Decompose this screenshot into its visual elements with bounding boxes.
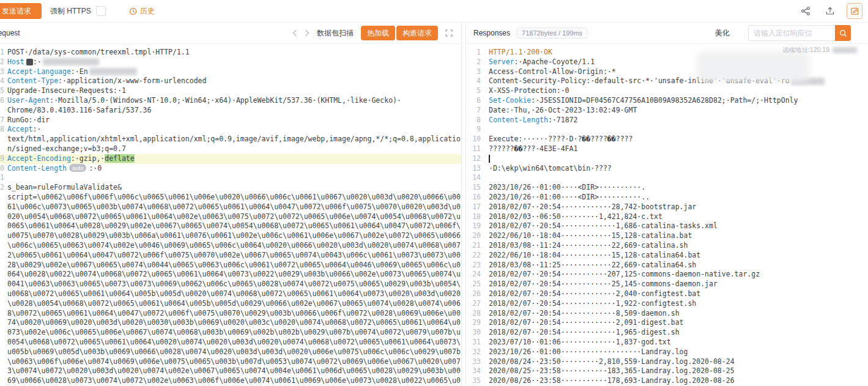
response-line-35[interactable]: 352020/08/26·​·​23:58·​·​·​·​·​·​·​·​·​·… [466, 376, 868, 386]
edit-config-button[interactable] [847, 3, 862, 19]
request-line-7[interactable]: 7RunGo:·​dir [0, 116, 461, 125]
line-number: 30 [466, 328, 481, 338]
response-line-32[interactable]: 322023/10/26·​·​01:00·​·​·​·​·​·​·​·​·​·… [466, 347, 868, 357]
request-header-actions: 数据包扫描 热加载 构造请求 [292, 26, 453, 40]
fullscreen-icon [445, 29, 453, 37]
response-line-33[interactable]: 332020/08/24·​·​23:50·​·​·​·​·​·​·​·​·​2… [466, 357, 868, 367]
response-line-9[interactable]: 9 [466, 125, 868, 135]
line-content: Content-Lengthauto:·​0 [4, 164, 461, 174]
request-line-3[interactable]: 3Accept-Language:·​En [0, 67, 461, 77]
response-line-29[interactable]: 292018/02/07·​·​20:54·​·​·​·​·​·​·​·​·​·… [466, 318, 868, 328]
line-content: 2018/02/07·​·​20:54·​·​·​·​·​·​·​·​·​·​·… [481, 309, 868, 319]
line-content: 2018/02/07·​·​20:54·​·​·​·​·​·​·​·​·​·​·… [481, 299, 868, 309]
request-line-11[interactable]: 11 [0, 173, 461, 183]
code-token: Accept [7, 125, 33, 133]
build-request-button[interactable]: 构造请求 [396, 26, 438, 40]
response-line-12[interactable]: 12 [466, 154, 868, 164]
response-line-15[interactable]: 152023/10/26·​·​01:00·​·​·​·​<DIR>·​·​·​… [466, 183, 868, 193]
request-line-9[interactable]: 9Accept-Encoding:·​gzip,·​deflate [0, 154, 461, 164]
line-number: 12 [0, 183, 4, 386]
response-line-17[interactable]: 172018/02/07·​·​20:54·​·​·​·​·​·​·​·​·​·… [466, 202, 868, 212]
request-line-5[interactable]: 5Upgrade-Insecure-Requests:·​1 [0, 86, 461, 96]
line-number: 6 [0, 96, 4, 116]
request-line-12[interactable]: 12s_bean=ruleFormulaValidate& script=\u0… [0, 183, 461, 386]
code-token [489, 155, 490, 163]
response-line-2[interactable]: 2Server:·​Apache-Coyote/1.1 [466, 58, 868, 67]
request-editor[interactable]: 1POST·​/data/sys-common/treexml.tmpl·​HT… [0, 44, 461, 386]
force-https-checkbox[interactable] [96, 6, 106, 16]
response-line-8[interactable]: 8Content-Length:·​71872 [466, 116, 868, 125]
history-button[interactable]: 历史 [129, 6, 155, 17]
locate-response-input[interactable] [748, 25, 835, 41]
response-line-34[interactable]: 342020/08/25·​·​23:58·​·​·​·​·​·​·​·​·​·… [466, 366, 868, 376]
response-stats-badge: 71872bytes / 199ms [516, 28, 588, 39]
next-request-button[interactable] [305, 29, 310, 37]
response-line-26[interactable]: 262018/02/07·​·​20:54·​·​·​·​·​·​·​·​·​·… [466, 289, 868, 299]
share-button[interactable] [798, 3, 814, 19]
response-editor[interactable]: 1HTTP/1.1·​200·​OK2Server:·​Apache-Coyot… [466, 44, 868, 386]
send-request-button[interactable]: 发送请求 [0, 3, 42, 19]
response-line-30[interactable]: 302018/02/07·​·​20:54·​·​·​·​·​·​·​·​·​·… [466, 328, 868, 338]
line-content: 2018/02/07·​·​20:54·​·​·​·​·​·​·​·​·​·​·… [481, 318, 868, 328]
line-content: s_bean=ruleFormulaValidate& script=\u006… [4, 183, 461, 386]
line-number: 34 [466, 366, 481, 376]
fullscreen-button[interactable] [445, 29, 453, 37]
hot-reload-button[interactable]: 热加载 [361, 26, 395, 40]
request-lines: 1POST·​/data/sys-common/treexml.tmpl·​HT… [0, 48, 461, 386]
line-content: Accept-Encoding:·​gzip,·​deflate [4, 154, 461, 164]
code-token: Accept-Language [7, 67, 71, 76]
line-number: 5 [0, 86, 4, 96]
code-token: :·​En [71, 67, 88, 76]
code-token: Host [7, 58, 24, 66]
line-content: ·​D:\ekp\win64\tomcat\bin·​???? [481, 164, 868, 174]
response-line-13[interactable]: 13·​D:\ekp\win64\tomcat\bin·​???? [466, 164, 868, 174]
response-line-18[interactable]: 182018/02/03·​·​06:50·​·​·​·​·​·​·​·​·​1… [466, 212, 868, 222]
line-number: 27 [466, 299, 481, 309]
export-button[interactable] [822, 3, 838, 19]
line-number: 16 [466, 193, 481, 202]
code-token: Date:·​Thu,·​26·​Oct·​2023·​13:02:49·​GM… [489, 106, 637, 114]
packet-scan-button[interactable]: 数据包扫描 [317, 28, 354, 39]
line-number: 22 [466, 251, 481, 261]
edit-icon [850, 7, 859, 16]
line-content: Accept:·​text/html,application/xhtml+xml… [4, 125, 461, 154]
response-line-11[interactable]: 11??????��???·​4E3E-4FA1 [466, 144, 868, 154]
code-token: 2022/06/10·​·​18:04·​·​·​·​·​·​·​·​·​·​·… [489, 231, 692, 240]
response-line-21[interactable]: 212018/03/08·​·​11:24·​·​·​·​·​·​·​·​·​·… [466, 241, 868, 251]
prev-request-button[interactable] [292, 29, 297, 37]
response-line-14[interactable]: 14 [466, 173, 868, 183]
line-content: 2018/02/07·​·​20:54·​·​·​·​·​·​·​·​·​·​·… [481, 270, 868, 280]
response-line-28[interactable]: 282018/02/07·​·​20:54·​·​·​·​·​·​·​·​·​·… [466, 309, 868, 319]
response-line-3[interactable]: 3Access-Control-Allow-Origin:·​* [466, 67, 868, 77]
line-number: 2 [0, 58, 4, 67]
response-line-27[interactable]: 272018/02/07·​·​20:54·​·​·​·​·​·​·​·​·​·… [466, 299, 868, 309]
code-token: Access-Control-Allow-Origin:·​* [489, 67, 616, 76]
request-line-10[interactable]: 10Content-Lengthauto:·​0 [0, 164, 461, 174]
request-line-8[interactable]: 8Accept:·​text/html,application/xhtml+xm… [0, 125, 461, 154]
response-line-10[interactable]: 10Execute:·​·​·​·​·​·​????·​D·​?��????��… [466, 135, 868, 144]
code-token: Content-Length [489, 116, 548, 124]
response-line-19[interactable]: 192018/02/07·​·​20:54·​·​·​·​·​·​·​·​·​·… [466, 221, 868, 231]
response-lines: 1HTTP/1.1·​200·​OK2Server:·​Apache-Coyot… [466, 48, 868, 386]
response-line-6[interactable]: 6Set-Cookie:·​JSESSIONID=DF04567C47756A1… [466, 96, 868, 106]
locate-response-button[interactable] [835, 25, 851, 41]
code-token: Set-Cookie [489, 96, 531, 105]
request-line-6[interactable]: 6User-Agent:·​Mozilla/5.0·​(Windows·​NT·… [0, 96, 461, 116]
response-line-4[interactable]: 4Content-Security-Policy:·​default-src·​… [466, 76, 868, 86]
response-line-7[interactable]: 7Date:·​Thu,·​26·​Oct·​2023·​13:02:49·​G… [466, 106, 868, 116]
line-number: 8 [0, 125, 4, 154]
response-line-25[interactable]: 252018/02/07·​·​20:54·​·​·​·​·​·​·​·​·​·… [466, 280, 868, 289]
response-line-22[interactable]: 222022/06/10·​·​18:04·​·​·​·​·​·​·​·​·​·… [466, 251, 868, 261]
request-line-2[interactable]: 2Host:·​ [0, 58, 461, 67]
request-line-4[interactable]: 4Content-Type:·​application/x-www-form-u… [0, 76, 461, 86]
beautify-button[interactable]: 美化 [711, 28, 733, 39]
response-line-23[interactable]: 232018/03/08·​·​11:25·​·​·​·​·​·​·​·​·​·… [466, 261, 868, 270]
line-content [4, 173, 461, 183]
response-line-16[interactable]: 162023/10/26·​·​01:00·​·​·​·​<DIR>·​·​·​… [466, 193, 868, 202]
request-line-1[interactable]: 1POST·​/data/sys-common/treexml.tmpl·​HT… [0, 48, 461, 58]
line-number: 18 [466, 212, 481, 222]
response-line-31[interactable]: 312023/07/10·​·​01:06·​·​·​·​·​·​·​·​·​·… [466, 338, 868, 347]
response-line-24[interactable]: 242018/02/07·​·​20:54·​·​·​·​·​·​·​·​·​·… [466, 270, 868, 280]
response-line-5[interactable]: 5X-XSS-Protection:·​0 [466, 86, 868, 96]
response-line-20[interactable]: 202022/06/10·​·​18:04·​·​·​·​·​·​·​·​·​·… [466, 231, 868, 241]
